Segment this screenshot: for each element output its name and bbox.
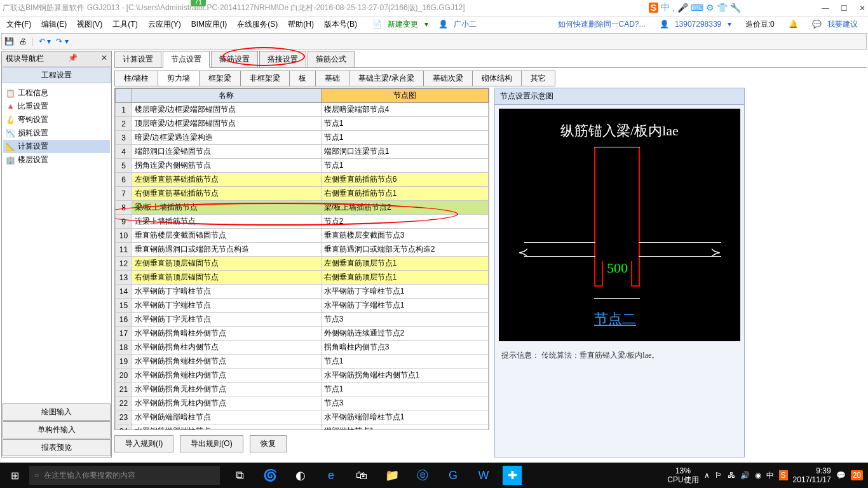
- taskbar-search[interactable]: ○ 在这里输入你要搜索的内容: [29, 466, 220, 485]
- redo-icon[interactable]: ↷ ▾: [56, 37, 68, 46]
- ime-lang[interactable]: 中: [661, 2, 670, 13]
- table-row[interactable]: 12左侧垂直筋顶层锚固节点左侧垂直筋顶层节点1: [116, 257, 489, 271]
- menu-help[interactable]: 帮助(H): [284, 18, 318, 31]
- ime-shirt-icon[interactable]: 👕: [717, 3, 728, 13]
- table-row[interactable]: 18水平钢筋拐角柱内侧节点拐角暗柱内侧节点3: [116, 341, 489, 355]
- menu-edit[interactable]: 编辑(E): [37, 18, 71, 31]
- explorer-icon[interactable]: 📁: [377, 463, 407, 488]
- table-row[interactable]: 7右侧垂直筋基础插筋节点右侧垂直筋插筋节点1: [116, 187, 489, 201]
- table-row[interactable]: 22水平钢筋拐角无柱内侧节点节点3: [116, 396, 489, 410]
- app-icon-1[interactable]: 🌀: [255, 463, 285, 488]
- table-row[interactable]: 6左侧垂直筋基础插筋节点左侧垂直筋插筋节点6: [116, 173, 489, 187]
- menu-cloud[interactable]: 云应用(Y): [144, 18, 185, 31]
- menu-view[interactable]: 视图(V): [73, 18, 106, 31]
- table-row[interactable]: 21水平钢筋拐角无柱外侧节点节点1: [116, 383, 489, 396]
- phone-label[interactable]: 👤 13907298339 ▾: [656, 18, 735, 30]
- print-icon[interactable]: 🖨: [19, 37, 27, 46]
- new-change-button[interactable]: 📄 新建变更 ▾: [369, 18, 432, 31]
- btn-export[interactable]: 导出规则(O): [180, 435, 243, 452]
- menu-online[interactable]: 在线服务(S): [233, 18, 281, 31]
- table-row[interactable]: 4端部洞口连梁锚固节点端部洞口连梁节点1: [116, 145, 489, 159]
- table-row[interactable]: 3暗梁/边框梁遇连梁构造节点1: [116, 131, 489, 145]
- tray-net-icon[interactable]: 🖧: [728, 471, 735, 480]
- table-row[interactable]: 2顶层暗梁/边框梁端部锚固节点节点1: [116, 117, 489, 131]
- tree-item-info[interactable]: 📋工程信息: [3, 86, 110, 100]
- ime-gear-icon[interactable]: ⚙: [706, 3, 714, 13]
- app-icon-g[interactable]: G: [438, 463, 468, 488]
- help-link[interactable]: 如何快速删除同一CAD?...: [554, 18, 649, 31]
- tab2-foundbeam[interactable]: 基础主梁/承台梁: [349, 71, 423, 86]
- app-icon-word[interactable]: W: [469, 463, 498, 488]
- table-row[interactable]: 16水平钢筋丁字无柱节点节点3: [116, 313, 489, 327]
- ime-wrench-icon[interactable]: 🔧: [730, 3, 741, 13]
- undo-icon[interactable]: ↶ ▾: [39, 37, 51, 46]
- start-button[interactable]: ⊞: [0, 470, 29, 482]
- section-title[interactable]: 工程设置: [3, 67, 111, 83]
- tab-lap-settings[interactable]: 搭接设置: [259, 51, 306, 67]
- sogou-icon[interactable]: S: [649, 3, 658, 13]
- tray-flag-icon[interactable]: 🏳: [715, 471, 722, 480]
- table-row[interactable]: 5拐角连梁内侧钢筋节点节点1: [116, 159, 489, 173]
- btn-draw[interactable]: 绘图输入: [3, 403, 111, 421]
- settings-table[interactable]: 名称 节点图 1楼层暗梁/边框梁端部锚固节点楼层暗梁端部节点42顶层暗梁/边框梁…: [115, 88, 489, 430]
- table-row[interactable]: 9连梁上墙插筋节点节点2: [116, 215, 489, 229]
- menu-bim[interactable]: BIM应用(I): [187, 18, 231, 31]
- table-row[interactable]: 10垂直筋楼层变截面锚固节点垂直筋楼层变截面节点3: [116, 229, 489, 243]
- tree-item-weight[interactable]: 🔺比重设置: [3, 100, 110, 113]
- table-row[interactable]: 20水平钢筋拐角端柱内侧节点水平钢筋拐角端柱内侧节点1: [116, 369, 489, 383]
- maximize-icon[interactable]: ☐: [841, 4, 848, 13]
- close-icon[interactable]: ✕: [859, 4, 865, 13]
- menu-tools[interactable]: 工具(T): [109, 18, 141, 31]
- tray-notify-icon[interactable]: 💬: [836, 471, 846, 480]
- tab2-other[interactable]: 其它: [521, 71, 555, 86]
- tree-item-calc[interactable]: 📐计算设置: [3, 140, 110, 153]
- app-icon-plus[interactable]: ✚: [503, 466, 522, 485]
- table-row[interactable]: 24水平钢筋端部端柱节点端部端柱节点1: [116, 424, 489, 431]
- app-icon-2[interactable]: ◐: [286, 463, 315, 488]
- tray-vol-icon[interactable]: 🔊: [740, 471, 750, 480]
- tray-ime-lang[interactable]: 中: [766, 470, 774, 481]
- ime-icon[interactable]: ,: [672, 3, 675, 13]
- table-row[interactable]: 23水平钢筋端部暗柱节点水平钢筋端部暗柱节点1: [116, 410, 489, 424]
- pin-icon[interactable]: 📌: [68, 53, 78, 64]
- tab2-nonframebeam[interactable]: 非框架梁: [240, 71, 289, 86]
- table-row[interactable]: 15水平钢筋丁字端柱节点水平钢筋丁字端柱节点1: [116, 299, 489, 313]
- panel-close-icon[interactable]: ✕: [101, 53, 107, 64]
- menu-version[interactable]: 版本号(B): [320, 18, 361, 31]
- ie-icon[interactable]: ⓔ: [408, 463, 437, 488]
- tab2-framebeam[interactable]: 框架梁: [199, 71, 240, 86]
- ime-kbd-icon[interactable]: ⌨: [691, 3, 703, 13]
- table-row[interactable]: 17水平钢筋拐角暗柱外侧节点外侧钢筋连续通过节点2: [116, 327, 489, 341]
- ime-mic-icon[interactable]: 🎤: [677, 3, 688, 13]
- tree-item-hook[interactable]: 🪝弯钩设置: [3, 113, 110, 126]
- minimize-icon[interactable]: —: [822, 4, 829, 13]
- taskview-icon[interactable]: ⧉: [225, 463, 254, 488]
- tab-stirrup-formula[interactable]: 箍筋公式: [308, 51, 355, 67]
- tray-app-icon[interactable]: ◉: [755, 471, 761, 480]
- tab-node-settings[interactable]: 节点设置: [163, 51, 210, 68]
- suggest-link[interactable]: 💬 我要建议: [808, 18, 865, 31]
- tray-sogou-icon[interactable]: S: [779, 470, 788, 480]
- edge-icon[interactable]: e: [316, 463, 346, 488]
- tab2-foundation[interactable]: 基础: [315, 71, 349, 86]
- table-row[interactable]: 19水平钢筋拐角端柱外侧节点节点1: [116, 355, 489, 369]
- tray-chevron-icon[interactable]: ∧: [704, 471, 710, 480]
- tab2-foundsub[interactable]: 基础次梁: [423, 71, 472, 86]
- tab2-column[interactable]: 柱/墙柱: [114, 71, 158, 86]
- ime-toolbar[interactable]: S 中 , 🎤 ⌨ ⚙ 👕 🔧: [649, 2, 741, 13]
- table-row[interactable]: 14水平钢筋丁字暗柱节点水平钢筋丁字暗柱节点1: [116, 285, 489, 299]
- tab2-masonry[interactable]: 砌体结构: [472, 71, 521, 86]
- table-row[interactable]: 1楼层暗梁/边框梁端部锚固节点楼层暗梁端部节点4: [116, 103, 489, 117]
- tab2-shearwall[interactable]: 剪力墙: [158, 71, 199, 86]
- tree-item-loss[interactable]: 📉损耗设置: [3, 126, 110, 140]
- save-icon[interactable]: 💾: [4, 37, 14, 46]
- tab2-slab[interactable]: 板: [289, 71, 315, 86]
- table-row[interactable]: 13右侧垂直筋顶层锚固节点右侧垂直筋顶层节点1: [116, 271, 489, 285]
- btn-report[interactable]: 报表预览: [3, 439, 111, 456]
- menu-file[interactable]: 文件(F): [3, 18, 35, 31]
- tray-clock[interactable]: 9:39 2017/11/17: [793, 466, 831, 485]
- cpu-meter[interactable]: 13% CPU使用: [667, 466, 698, 485]
- table-row[interactable]: 8梁/板上墙插筋节点梁/板上墙插筋节点2: [116, 201, 489, 215]
- btn-import[interactable]: 导入规则(I): [114, 435, 173, 452]
- tab-calc-settings[interactable]: 计算设置: [114, 51, 161, 67]
